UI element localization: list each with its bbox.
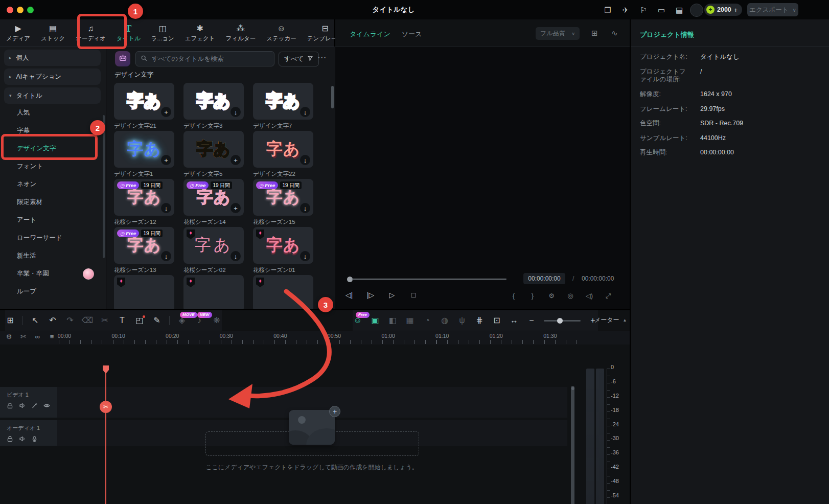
- undo-icon[interactable]: ↶: [48, 316, 58, 325]
- title-item-デザイン文字1[interactable]: 字あ + デザイン文字1: [114, 131, 174, 178]
- preview-tab-タイムライン[interactable]: タイムライン: [350, 30, 390, 39]
- export-button[interactable]: エクスポート ∨: [747, 3, 798, 16]
- tab-ステッカー[interactable]: ☺ ステッカー: [266, 24, 296, 42]
- download-icon[interactable]: ↓: [300, 203, 310, 213]
- tab-エフェクト[interactable]: ✱ エフェクト: [185, 24, 215, 42]
- play-icon[interactable]: ▷: [387, 291, 397, 299]
- title-item-デザイン文字3[interactable]: 字あ ↓ デザイン文字3: [183, 83, 244, 130]
- tab-ラ...ョン[interactable]: ◫ ラ...ョン: [151, 24, 174, 42]
- fullscreen-icon[interactable]: ⤢: [604, 292, 612, 299]
- smart-clip-icon[interactable]: ▣: [370, 316, 380, 325]
- tab-ストック[interactable]: ▤ ストック: [41, 24, 65, 42]
- search-input[interactable]: [151, 55, 269, 63]
- download-icon[interactable]: ↓: [231, 251, 241, 261]
- video-track-lane[interactable]: [0, 387, 567, 418]
- playhead-split-icon[interactable]: ✂: [100, 401, 112, 413]
- add-to-timeline-icon[interactable]: +: [161, 107, 171, 117]
- ai-audio-icon[interactable]: ♪NEW: [194, 316, 204, 325]
- title-item-partial[interactable]: ♦: [183, 275, 244, 309]
- device-icon[interactable]: ▭: [656, 6, 666, 14]
- title-item-デザイン文字21[interactable]: 字あ + デザイン文字21: [114, 83, 174, 130]
- timeline-ruler[interactable]: ⚙✄∞≡ 00:0000:1000:2000:3000:4000:5001:00…: [0, 331, 630, 345]
- title-item-花桜シーズン02[interactable]: 字あ ♦ ↓ 花桜シーズン02: [183, 227, 244, 274]
- sidebar-item-アート[interactable]: アート: [0, 211, 106, 229]
- playback-quality-select[interactable]: フル品質 ∨: [536, 27, 580, 40]
- title-item-花桜シーズン13[interactable]: 字あ ◷Free19 日間 ↓ 花桜シーズン13: [114, 227, 174, 274]
- gift-icon[interactable]: ❒: [603, 6, 613, 14]
- zoom-out-icon[interactable]: −: [526, 316, 537, 325]
- meter-toggle[interactable]: メーター ▲: [594, 316, 627, 325]
- tab-タイトル[interactable]: T タイトル: [117, 24, 141, 42]
- sidebar-item-人気[interactable]: 人気: [0, 104, 106, 122]
- title-item-partial[interactable]: ♦: [114, 275, 174, 309]
- title-item-花桜シーズン15[interactable]: 字あ ◷Free19 日間 ↓ 花桜シーズン15: [253, 179, 313, 226]
- promote-icon[interactable]: ✈: [620, 6, 631, 14]
- download-icon[interactable]: ↓: [161, 251, 171, 261]
- keyframe-icon[interactable]: ◈MOVE: [177, 316, 187, 325]
- next-frame-icon[interactable]: |▷: [366, 291, 375, 299]
- title-item-花桜シーズン12[interactable]: 字あ ◷Free19 日間 ↓ 花桜シーズン12: [114, 179, 174, 226]
- video-track-header[interactable]: ビデオ 1: [0, 387, 57, 418]
- add-to-timeline-icon[interactable]: +: [231, 203, 241, 213]
- sidebar-item-デザイン文字[interactable]: デザイン文字: [0, 140, 106, 157]
- sidebar-group-AIキャプション[interactable]: ▸ AIキャプション: [4, 68, 101, 85]
- user-avatar[interactable]: [690, 4, 703, 17]
- feedback-icon[interactable]: ⚐: [638, 6, 649, 14]
- add-media-icon[interactable]: +: [329, 406, 340, 417]
- tab-メディア[interactable]: ▶ メディア: [6, 24, 30, 42]
- minimize-window-button[interactable]: [17, 7, 24, 13]
- playback-settings-icon[interactable]: ⚙: [547, 292, 556, 299]
- sidebar-scrollbar[interactable]: [103, 115, 105, 258]
- scopes-icon[interactable]: ∿: [611, 29, 618, 38]
- scrubber-track[interactable]: [352, 279, 506, 280]
- snapshot-icon[interactable]: ◎: [566, 292, 574, 299]
- sidebar-item-卒業・卒園[interactable]: 卒業・卒園: [0, 265, 106, 283]
- mark-out-icon[interactable]: }: [528, 292, 537, 299]
- download-icon[interactable]: ↓: [300, 155, 310, 165]
- title-item-partial[interactable]: ♦: [253, 275, 313, 309]
- mask-icon[interactable]: ◍: [440, 316, 450, 325]
- title-item-デザイン文字22[interactable]: 字あ ↓ デザイン文字22: [253, 131, 313, 178]
- library-scrollbar[interactable]: [331, 86, 334, 108]
- add-to-timeline-icon[interactable]: +: [231, 155, 241, 165]
- sidebar-item-ローワーサード[interactable]: ローワーサード: [0, 229, 106, 247]
- sidebar-group-タイトル[interactable]: ▾ タイトル: [4, 87, 101, 104]
- current-timecode[interactable]: 00:00:00:00: [523, 273, 565, 284]
- mixer-icon[interactable]: ⋕: [474, 316, 485, 325]
- download-icon[interactable]: ↓: [231, 107, 241, 117]
- draw-pen-icon[interactable]: ✎: [152, 316, 162, 325]
- voiceover-icon[interactable]: ψ: [457, 316, 467, 325]
- more-options-button[interactable]: ⋯: [317, 52, 327, 63]
- download-icon[interactable]: ↓: [161, 203, 171, 213]
- search-bar[interactable]: [135, 51, 274, 66]
- sidebar-item-ネオン[interactable]: ネオン: [0, 175, 106, 193]
- audio-track-header[interactable]: オーディオ 1: [0, 420, 57, 446]
- auto-ripple-icon[interactable]: ✄: [19, 333, 27, 340]
- close-window-button[interactable]: [7, 7, 13, 13]
- stop-icon[interactable]: □: [409, 291, 418, 299]
- mark-in-icon[interactable]: {: [510, 292, 518, 299]
- redo-icon[interactable]: ↷: [65, 316, 75, 325]
- sidebar-item-新生活[interactable]: 新生活: [0, 247, 106, 265]
- ai-color-icon[interactable]: ❋: [212, 316, 222, 325]
- link-clips-icon[interactable]: ∞: [34, 333, 41, 340]
- add-to-timeline-icon[interactable]: +: [161, 155, 171, 165]
- save-icon[interactable]: ▤: [674, 6, 684, 14]
- zoom-window-button[interactable]: [27, 7, 34, 13]
- tab-フィルター[interactable]: ⁂ フィルター: [226, 24, 256, 42]
- split-screen-icon[interactable]: ◧: [387, 316, 398, 325]
- audio-icon[interactable]: ◁): [585, 292, 593, 299]
- fit-timeline-icon[interactable]: ↔: [509, 316, 519, 325]
- timeline-settings-icon[interactable]: ⚙: [5, 333, 13, 340]
- sidebar-item-ループ[interactable]: ループ: [0, 283, 106, 301]
- render-preview-icon[interactable]: ⊡: [492, 316, 502, 325]
- title-item-花桜シーズン14[interactable]: 字あ ◷Free19 日間 + 花桜シーズン14: [183, 179, 244, 226]
- select-tool-icon[interactable]: ↖: [30, 316, 40, 325]
- ai-assistant-button[interactable]: [115, 51, 130, 66]
- crop-icon[interactable]: ◰: [134, 316, 145, 325]
- media-panel-toggle-icon[interactable]: ⊞: [5, 316, 15, 325]
- coins-badge[interactable]: + 2000 +: [704, 4, 742, 16]
- split-scissors-icon[interactable]: ✂: [100, 316, 110, 325]
- tab-オーディオ[interactable]: ♫ オーディオ: [76, 24, 106, 42]
- multi-view-icon[interactable]: ⊞: [591, 29, 598, 38]
